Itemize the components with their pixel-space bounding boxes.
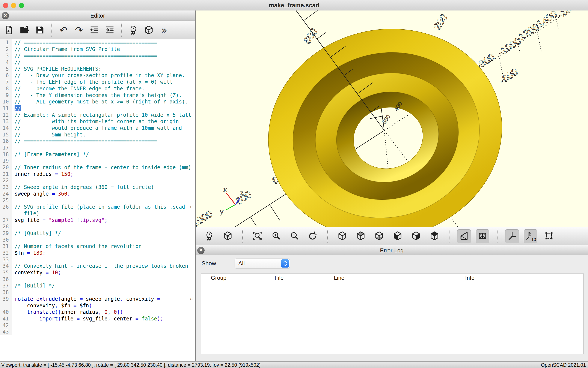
svg-text:600: 600 bbox=[301, 26, 320, 46]
new-file-button[interactable] bbox=[2, 23, 16, 37]
toolbar-separator bbox=[51, 24, 52, 37]
reset-view-button[interactable] bbox=[306, 230, 320, 243]
code-line: 27svg_file = "sample1_flip.svg"; bbox=[0, 217, 195, 224]
zoom-in-button[interactable] bbox=[269, 230, 283, 243]
code-line: file) bbox=[0, 210, 195, 217]
open-file-button[interactable] bbox=[18, 23, 31, 37]
zoom-all-button[interactable] bbox=[250, 230, 264, 243]
preview-button[interactable] bbox=[126, 23, 140, 37]
view-bottom-button[interactable] bbox=[372, 230, 386, 243]
line-number: 33 bbox=[0, 256, 12, 263]
view-left-button[interactable] bbox=[391, 230, 404, 243]
line-number: 34 bbox=[0, 263, 12, 269]
status-bar: Viewport: translate = [ -15.45 -4.73 66.… bbox=[0, 361, 588, 368]
show-axes-button[interactable] bbox=[505, 230, 519, 243]
render-button[interactable] bbox=[142, 23, 156, 37]
svg-text:X: X bbox=[223, 186, 227, 193]
line-number: 24 bbox=[0, 191, 12, 197]
render-button[interactable] bbox=[221, 230, 235, 243]
view-right-button[interactable] bbox=[335, 230, 349, 243]
zoom-out-icon bbox=[289, 231, 299, 241]
preview-icon bbox=[128, 25, 138, 36]
view-front-button[interactable] bbox=[409, 230, 423, 243]
code-line: 19 bbox=[0, 158, 195, 164]
more-icon: » bbox=[161, 26, 167, 35]
code-line: 13// with its bottom-left corner at the … bbox=[0, 118, 195, 125]
undo-button[interactable]: ↶ bbox=[57, 23, 70, 37]
indent-icon bbox=[105, 25, 115, 36]
editor-panel-title: Editor bbox=[0, 12, 195, 19]
code-line: 22 bbox=[0, 177, 195, 184]
line-number: 7 bbox=[0, 79, 12, 85]
code-line: 6// - Draw your cross-section profile in… bbox=[0, 72, 195, 79]
code-line: 15// 5mm height. bbox=[0, 131, 195, 138]
more-button[interactable]: » bbox=[157, 23, 171, 37]
column-header-info[interactable]: Info bbox=[356, 274, 584, 282]
unindent-button[interactable] bbox=[87, 23, 101, 37]
line-number: 35 bbox=[0, 269, 12, 276]
orthographic-button[interactable] bbox=[476, 230, 489, 243]
line-number: 12 bbox=[0, 112, 12, 119]
toolbar-separator bbox=[242, 230, 243, 243]
line-number: 18 bbox=[0, 151, 12, 158]
code-line: 38 bbox=[0, 289, 195, 296]
error-log-table: GroupFileLineInfo bbox=[201, 274, 584, 354]
line-number: 41 bbox=[0, 315, 12, 322]
line-number: 39 bbox=[0, 296, 12, 303]
line-number: 43 bbox=[0, 329, 12, 335]
line-number: 21 bbox=[0, 171, 12, 178]
view-all-button[interactable] bbox=[542, 230, 556, 243]
error-log-title: Error-Log bbox=[196, 247, 588, 254]
code-line: 23// Sweep angle in degrees (360 = full … bbox=[0, 184, 195, 191]
toolbar-separator bbox=[449, 230, 449, 243]
render-icon bbox=[223, 231, 233, 241]
perspective-button[interactable] bbox=[457, 230, 471, 243]
line-number: 11 bbox=[0, 105, 12, 112]
view-left-icon bbox=[393, 231, 402, 241]
toolbar-separator bbox=[497, 230, 497, 243]
reset-view-icon bbox=[308, 231, 318, 241]
show-scale-markers-button[interactable]: 10 bbox=[524, 230, 537, 243]
window-title: make_frame.scad bbox=[0, 2, 588, 9]
line-number: 9 bbox=[0, 92, 12, 99]
view-back-button[interactable] bbox=[427, 230, 441, 243]
view-top-button[interactable] bbox=[354, 230, 368, 243]
zoom-out-button[interactable] bbox=[287, 230, 301, 243]
code-line: 31// Number of facets around the revolut… bbox=[0, 243, 195, 250]
line-number: 1 bbox=[0, 39, 12, 46]
column-header-group[interactable]: Group bbox=[201, 274, 236, 282]
indent-button[interactable] bbox=[103, 23, 117, 37]
line-number: 3 bbox=[0, 53, 12, 59]
error-log-filter-select[interactable]: All bbox=[235, 258, 290, 268]
line-number: 31 bbox=[0, 243, 12, 250]
column-header-line[interactable]: Line bbox=[322, 274, 356, 282]
save-file-button[interactable] bbox=[33, 23, 47, 37]
3d-viewport[interactable]: 600800200-600-800-1000-1200-1400-1600400… bbox=[196, 10, 588, 227]
code-line: 29/* [Quality] */ bbox=[0, 230, 195, 237]
code-line: 24sweep_angle = 360; bbox=[0, 191, 195, 197]
code-line: 36 bbox=[0, 276, 195, 283]
toolbar-separator bbox=[121, 24, 122, 37]
3d-scene: 600800200-600-800-1000-1200-1400-1600400… bbox=[196, 10, 588, 227]
svg-text:-1400: -1400 bbox=[532, 10, 559, 31]
code-line: 40 translate([inner_radius, 0, 0]) bbox=[0, 309, 195, 315]
openscad-window: make_frame.scad ✕ Editor ↶↷» 1// =======… bbox=[0, 0, 588, 368]
error-log-table-body[interactable] bbox=[201, 282, 584, 354]
line-number: 27 bbox=[0, 217, 12, 224]
code-editor[interactable]: 1// ====================================… bbox=[0, 39, 195, 362]
line-number: 2 bbox=[0, 46, 12, 53]
svg-text:-1600: -1600 bbox=[555, 10, 583, 20]
view-right-icon bbox=[337, 231, 347, 241]
unindent-icon bbox=[89, 25, 99, 36]
column-header-file[interactable]: File bbox=[236, 274, 322, 282]
code-line: convexity, $fn = $fn) bbox=[0, 303, 195, 309]
line-number: 28 bbox=[0, 223, 12, 230]
redo-button[interactable]: ↷ bbox=[72, 23, 86, 37]
render-icon bbox=[144, 25, 154, 36]
app-version-text: OpenSCAD 2021.01 bbox=[541, 362, 586, 368]
line-number: 25 bbox=[0, 197, 12, 204]
viewport-toolbar: 10 bbox=[196, 227, 588, 246]
line-number: 8 bbox=[0, 85, 12, 92]
titlebar: make_frame.scad bbox=[0, 0, 588, 11]
preview-button[interactable] bbox=[202, 230, 216, 243]
